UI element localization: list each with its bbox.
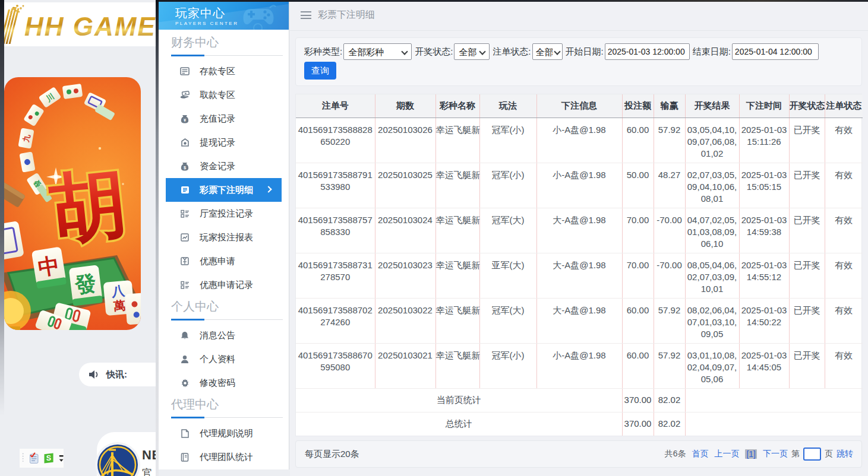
speaker-icon [89,370,101,379]
start-date-label: 开始日期: [566,46,604,58]
column-header: 注单状态 [825,94,863,118]
lottery-detail-icon [180,185,190,195]
funds-record-icon: $ [180,161,190,171]
table-row: 40156917358875785833020250103024幸运飞艇新冠军(… [296,208,863,253]
order-status-select-wrap: 全部 [532,43,563,60]
sidebar-item[interactable]: 消息公告 [166,323,282,347]
table-cell: 57.92 [654,343,685,388]
lottery-type-select-wrap: 全部彩种 [343,43,412,60]
table-cell: 60.00 [622,343,654,388]
pager: 共6条 首页 上一页 [1] 下一页 第 页 跳转 [665,448,853,461]
gear-icon [180,378,190,388]
order-status-label: 注单状态: [493,46,531,58]
table-cell: 60.00 [622,298,654,343]
hall-record-icon [180,209,190,218]
gamepad-icon [240,3,283,30]
table-cell: 有效 [825,208,863,253]
prev-page-link[interactable]: 上一页 [714,449,739,459]
collapse-arrows-icon[interactable] [59,452,64,464]
s-badge-icon[interactable]: S [43,451,55,465]
bell-icon [180,331,190,340]
players-center-sidebar: 玩家中心 PLAYERS CENTER 财务中心存款专区取款专区¥充值记录提现记… [159,2,289,469]
table-cell: 有效 [825,343,863,388]
column-header: 期数 [375,94,435,118]
query-button[interactable]: 查询 [304,62,336,80]
sidebar-item[interactable]: 优惠申请 [166,249,282,273]
stats-row: 当前页统计370.0082.02 [296,388,863,412]
table-cell: 70.00 [622,208,654,253]
sidebar-item[interactable]: 优惠申请记录 [166,273,282,297]
table-cell: 401569173588702274260 [296,298,375,343]
order-status-select[interactable]: 全部 [532,43,563,60]
table-cell: 2025-01-03 15:11:26 [739,118,789,163]
lottery-type-label: 彩种类型: [304,46,342,58]
table-cell: 大-A盘@1.98 [536,253,622,298]
sidebar-item[interactable]: 厅室投注记录 [166,202,282,226]
recharge-record-icon: ¥ [180,114,190,123]
table-cell: 2025-01-03 15:05:15 [739,163,789,208]
table-row: 40156917358882865022020250103026幸运飞艇新冠军(… [296,118,863,163]
table-cell: 401569173588731278570 [296,253,375,298]
section-divider [171,55,282,56]
sidebar-item[interactable]: 存款专区 [166,59,282,83]
user-icon [180,354,190,364]
sidebar-item[interactable]: 代理规则说明 [166,421,282,445]
menu-toggle-icon[interactable] [301,11,311,19]
table-cell: 03,01,10,08,02,04,09,07,05,06 [685,343,739,388]
news-ticker-label: 快讯: [106,369,127,380]
sidebar-item[interactable]: 代理团队统计 [166,445,282,469]
sidebar-item[interactable]: 取款专区 [166,83,282,107]
start-date-input[interactable] [605,43,690,60]
sidebar-item-label: 提现记录 [200,137,235,148]
pagination-bar: 每页显示20条 共6条 首页 上一页 [1] 下一页 第 页 跳转 [295,440,862,468]
lottery-type-select[interactable]: 全部彩种 [343,43,412,60]
table-cell: -70.00 [654,208,685,253]
sidebar-item[interactable]: 提现记录 [166,131,282,154]
table-cell: 冠军(大) [479,298,536,343]
table-cell: 幸运飞艇新 [435,253,479,298]
table-cell: 大-A盘@1.98 [536,208,622,253]
sidebar-item[interactable]: $资金记录 [166,154,282,178]
promo-apply-icon [180,256,190,266]
draw-status-select[interactable]: 全部 [454,43,490,60]
sidebar-item[interactable]: ¥充值记录 [166,107,282,131]
stats-row: 总统计370.0082.02 [296,412,863,436]
table-cell: -70.00 [654,253,685,298]
table-cell: 冠军(小) [479,163,536,208]
stats-empty [685,412,863,436]
table-cell: 幸运飞艇新 [435,298,479,343]
jump-go-link[interactable]: 跳转 [837,449,853,459]
bets-table: 注单号期数彩种名称玩法下注信息投注额输赢开奖结果下注时间开奖状态注单状态 401… [296,94,863,436]
current-page: [1] [745,449,757,459]
end-date-input[interactable] [732,43,819,60]
sidebar-item-label: 彩票下注明细 [200,185,253,196]
column-header: 下注时间 [739,94,789,118]
table-body: 40156917358882865022020250103026幸运飞艇新冠军(… [296,118,863,436]
table-cell: 20250103022 [375,298,435,343]
table-cell: 57.92 [654,118,685,163]
svg-text:中: 中 [36,252,61,280]
topbar: 彩票下注明细 [290,0,868,31]
notepad-icon[interactable] [29,451,39,465]
sidebar-item[interactable]: 个人资料 [166,347,282,371]
deposit-icon [180,66,190,76]
table-cell: 20250103021 [375,343,435,388]
table-cell: 已开奖 [789,208,825,253]
sidebar-item[interactable]: 玩家投注报表 [166,226,282,249]
table-cell: 小-A盘@1.98 [536,343,622,388]
table-cell: 有效 [825,253,863,298]
table-cell: 50.00 [622,163,654,208]
site-logo-band: HH GAME [4,2,159,46]
jump-page-input[interactable] [803,448,821,461]
sidebar-item[interactable]: 彩票下注明细 [166,178,282,202]
section-divider [171,417,282,418]
table-cell: 冠军(大) [479,208,536,253]
table-cell: 70.00 [622,253,654,298]
next-page-link[interactable]: 下一页 [763,449,788,459]
table-cell: 60.00 [622,118,654,163]
first-page-link[interactable]: 首页 [692,449,708,459]
window-top-edge [159,0,868,2]
stats-bet-total: 370.00 [622,412,654,436]
table-row: 40156917358870227426020250103022幸运飞艇新冠军(… [296,298,863,343]
sidebar-item[interactable]: 修改密码 [166,371,282,395]
